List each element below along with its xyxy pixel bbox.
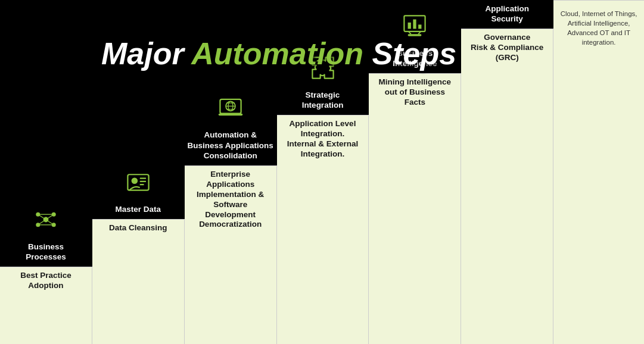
title-major: Major (101, 36, 191, 71)
step-6-dark-title: ApplicationSecurity (483, 4, 531, 24)
step-2-light-title: Data Cleansing (104, 220, 172, 236)
step-1-light-title: Best PracticeAdoption (15, 267, 76, 293)
step-7: IntelligentTechnologies Cloud, Internet … (553, 0, 644, 344)
svg-rect-13 (139, 178, 146, 179)
step-1: BusinessProcesses Best PracticeAdoption (0, 267, 92, 344)
step-6-dark-label: ApplicationSecurity (461, 0, 553, 29)
step-3: Automation &Business ApplicationsConsoli… (185, 165, 277, 344)
page-title: Major Automation Steps (101, 36, 456, 71)
title-automation: Automation (191, 36, 363, 71)
step-4: StrategicIntegration Application LevelIn… (277, 115, 369, 344)
step-4-light-title: Application LevelIntegration.Internal & … (282, 115, 363, 162)
step-5-light-title: Mining Intelligenceout of BusinessFacts (374, 74, 456, 110)
network-icon (33, 207, 59, 238)
step-3-dark-label: Automation &Business ApplicationsConsoli… (185, 95, 276, 166)
step-7-light-description: Cloud, Internet of Things, Artificial In… (553, 5, 644, 51)
step-2-dark-title: Master Data (113, 204, 164, 215)
title-steps: Steps (363, 36, 456, 71)
svg-rect-25 (413, 19, 416, 29)
svg-line-7 (38, 220, 46, 225)
svg-rect-14 (139, 181, 146, 182)
laptop-globe-icon (217, 95, 244, 126)
step-6: ApplicationSecurity GovernanceRisk & Com… (461, 29, 553, 344)
step-1-dark-label: BusinessProcesses (0, 207, 92, 267)
step-4-dark-title: StrategicIntegration (300, 90, 346, 111)
step-6-light-title: GovernanceRisk & Compliance(GRC) (466, 29, 548, 65)
svg-rect-15 (139, 184, 144, 186)
step-5: BusinessIntelligence Mining Intelligence… (369, 73, 461, 344)
step-2: Master Data Data Cleansing (92, 219, 185, 344)
step-7-light-title (595, 1, 602, 5)
svg-point-12 (131, 178, 138, 184)
svg-rect-26 (419, 24, 422, 29)
step-1-dark-title: BusinessProcesses (23, 242, 69, 262)
svg-rect-17 (218, 114, 242, 116)
step-3-light-title: Enterprise ApplicationsImplementation &S… (185, 166, 276, 232)
svg-line-5 (38, 214, 46, 220)
svg-rect-11 (127, 175, 148, 190)
svg-line-6 (46, 214, 54, 220)
svg-rect-24 (408, 23, 411, 29)
step-2-dark-label: Master Data (92, 169, 184, 220)
svg-line-8 (46, 220, 54, 225)
step-7-dark-label: IntelligentTechnologies (553, 0, 644, 1)
step-3-dark-title: Automation &Business ApplicationsConsoli… (185, 130, 276, 161)
person-card-icon (125, 169, 151, 201)
